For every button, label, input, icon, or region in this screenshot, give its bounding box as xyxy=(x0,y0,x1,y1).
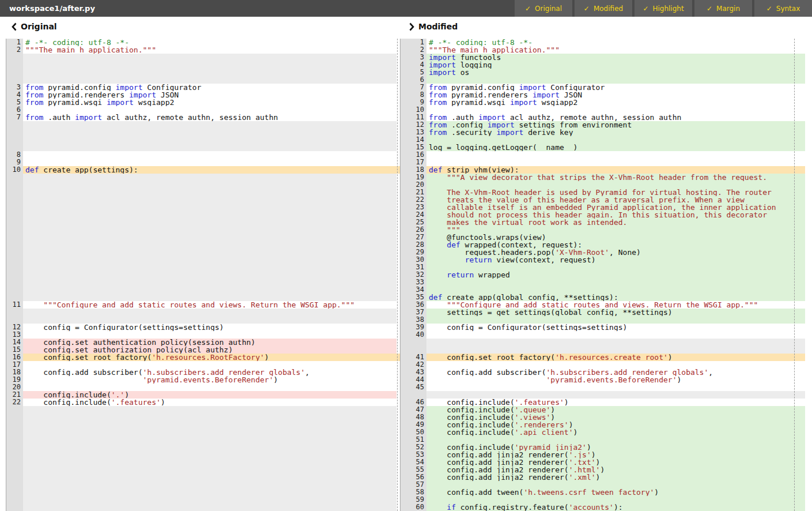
line-number: 3 xyxy=(400,54,426,61)
filler-row xyxy=(0,219,396,226)
code-row: 1# -*- coding: utf-8 -*- xyxy=(396,39,805,46)
line-number: 3 xyxy=(6,84,23,91)
pane-left-padding xyxy=(0,339,6,346)
line-number: 56 xyxy=(400,474,426,481)
filler-cell xyxy=(23,174,396,181)
pane-left-padding xyxy=(0,129,6,136)
pane-left-padding xyxy=(0,271,6,279)
code-row: 47 config.include('.queue') xyxy=(396,406,805,414)
code-row: 13from .security import derive_key xyxy=(396,129,805,136)
filler-row xyxy=(0,504,396,511)
pane-left-padding xyxy=(0,76,6,84)
pane-left-padding xyxy=(0,421,6,429)
line-number: 24 xyxy=(400,211,426,219)
toggle-syntax-button[interactable]: ✓Syntax xyxy=(754,0,812,17)
line-number: 4 xyxy=(400,61,426,69)
code-text xyxy=(426,136,805,144)
pane-left-padding xyxy=(0,286,6,294)
code-text xyxy=(426,496,805,504)
line-number xyxy=(6,249,23,256)
filler-row xyxy=(0,69,396,76)
filler-row xyxy=(0,474,396,481)
code-text xyxy=(426,76,805,84)
code-row: 6 xyxy=(396,76,805,84)
filler-row xyxy=(0,489,396,496)
code-row: 42 xyxy=(396,361,805,369)
line-number xyxy=(6,406,23,414)
code-text: from .security import derive_key xyxy=(426,129,805,136)
filler-row xyxy=(0,444,396,451)
checkmark-icon: ✓ xyxy=(707,5,712,13)
line-number: 40 xyxy=(400,331,426,339)
filler-cell xyxy=(23,181,396,189)
toggle-modified-button[interactable]: ✓Modified xyxy=(575,0,632,17)
filler-row xyxy=(0,436,396,444)
code-row: 12from .config import settings_from_envi… xyxy=(396,121,805,129)
filler-row xyxy=(0,204,396,211)
toggle-button-label: Original xyxy=(535,5,562,13)
filler-row xyxy=(0,136,396,144)
line-number: 57 xyxy=(400,481,426,489)
filler-row xyxy=(0,271,396,279)
code-text: settings = get_settings(global_config, *… xyxy=(426,309,805,316)
code-row: 10 xyxy=(396,106,805,114)
filler-cell xyxy=(23,444,396,451)
toggle-original-button[interactable]: ✓Original xyxy=(515,0,572,17)
code-text: config.include('pyramid_jinja2') xyxy=(426,444,805,451)
code-row: 16 xyxy=(396,151,805,159)
code-row: 32 return wrapped xyxy=(396,271,805,279)
code-text: # -*- coding: utf-8 -*- xyxy=(23,39,396,46)
chevron-left-icon xyxy=(12,22,17,31)
code-text: config.add_subscriber('h.subscribers.add… xyxy=(426,369,805,376)
toggle-margin-button[interactable]: ✓Margin xyxy=(694,0,752,17)
pane-left-padding xyxy=(0,346,6,354)
filler-cell xyxy=(23,121,396,129)
pane-left-padding xyxy=(0,249,6,256)
line-number: 13 xyxy=(6,331,23,339)
line-number: 2 xyxy=(6,46,23,54)
code-row: 40 xyxy=(396,331,805,339)
pane-left-padding xyxy=(0,316,6,324)
original-pane[interactable]: 1# -*- coding: utf-8 -*-2"""The main h a… xyxy=(0,39,396,511)
pane-left-padding xyxy=(0,496,6,504)
code-text: config.include('.') xyxy=(23,391,396,399)
code-row: 7from pyramid.config import Configurator xyxy=(396,84,805,91)
filler-cell xyxy=(23,414,396,421)
code-text: def wrapped(context, request): xyxy=(426,241,805,249)
pane-left-padding xyxy=(0,174,6,181)
code-row: 45 xyxy=(396,384,805,391)
filler-row xyxy=(0,421,396,429)
code-row: 30 return view(context, request) xyxy=(396,256,805,264)
modified-pane[interactable]: 1# -*- coding: utf-8 -*-2"""The main h a… xyxy=(396,39,805,511)
code-row: 26 """ xyxy=(396,226,805,234)
line-number xyxy=(6,69,23,76)
filler-cell xyxy=(23,249,396,256)
code-text: config.add_jinja2_renderer('.html') xyxy=(426,466,805,474)
line-number: 30 xyxy=(400,256,426,264)
filler-row xyxy=(0,181,396,189)
filler-cell xyxy=(23,429,396,436)
code-row: 4import logging xyxy=(396,61,805,69)
line-number xyxy=(6,76,23,84)
pane-left-padding xyxy=(0,391,6,399)
filler-row xyxy=(0,226,396,234)
pane-left-padding xyxy=(0,136,6,144)
code-text: """Configure and add static routes and v… xyxy=(23,301,396,309)
pane-left-padding xyxy=(0,211,6,219)
code-text xyxy=(426,264,805,271)
code-text: config = Configurator(settings=settings) xyxy=(23,324,396,331)
checkmark-icon: ✓ xyxy=(766,5,772,13)
code-text xyxy=(426,279,805,286)
code-row: 56 config.add_jinja2_renderer('.xml') xyxy=(396,474,805,481)
code-text: should not process this header again. In… xyxy=(426,211,805,219)
code-row: 28 def wrapped(context, request): xyxy=(396,241,805,249)
line-number: 50 xyxy=(400,429,426,436)
code-text xyxy=(426,331,805,339)
line-number xyxy=(6,219,23,226)
code-row: 11 """Configure and add static routes an… xyxy=(0,301,396,309)
toggle-highlight-button[interactable]: ✓Highlight xyxy=(635,0,692,17)
line-number: 39 xyxy=(400,324,426,331)
code-row: 8from pyramid.renderers import JSON xyxy=(396,91,805,99)
filler-row xyxy=(396,346,805,354)
line-number: 49 xyxy=(400,421,426,429)
